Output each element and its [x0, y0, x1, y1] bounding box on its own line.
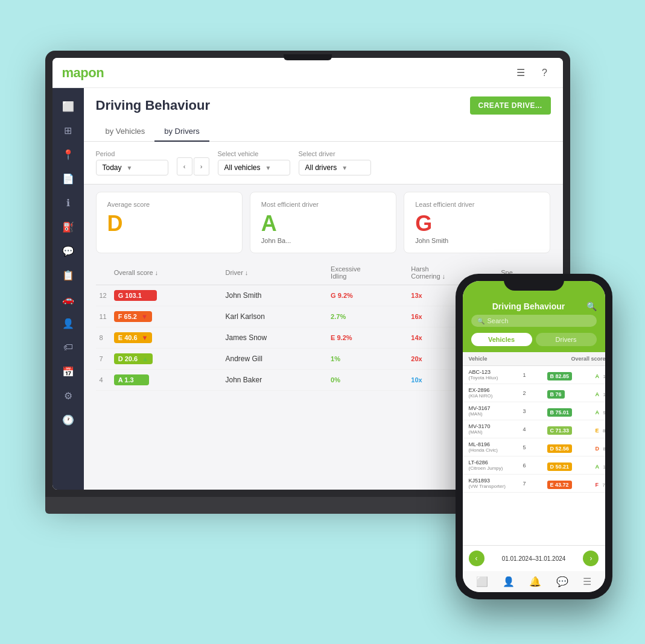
- phone-tab-vehicles[interactable]: Vehicles: [471, 333, 532, 346]
- phone-table-row: KJ51893 (VW Transporter) 7 E 43.72 F 75.…: [463, 475, 605, 493]
- phone-eco-letter: F: [596, 482, 599, 488]
- phone-icon-user[interactable]: 👤: [503, 576, 515, 587]
- most-efficient-name: John Ba...: [261, 237, 385, 244]
- period-value: Today: [103, 163, 122, 172]
- most-efficient-label: Most efficient driver: [261, 201, 385, 208]
- score-badge: F 65.2 ▼: [114, 311, 152, 322]
- sidebar-item-map[interactable]: ⬜: [57, 95, 79, 117]
- phone-next-button[interactable]: ›: [583, 551, 599, 566]
- phone-eco-cell: A 100%: [596, 388, 605, 399]
- driver-name: Karl Karlson: [221, 306, 327, 327]
- phone-search-bar[interactable]: 🔍 Search: [471, 315, 597, 327]
- least-efficient-letter: G: [415, 213, 539, 235]
- phone-icon-menu[interactable]: ☰: [583, 576, 591, 587]
- phone-icon-map[interactable]: ⬜: [476, 576, 488, 587]
- phone-vehicle-cell: ML-8196 (Honda Civic): [469, 441, 523, 453]
- phone-eco-cell: F 75.46%: [596, 478, 605, 489]
- phone-tab-drivers[interactable]: Drivers: [536, 333, 597, 346]
- phone-score-badge: D 52.56: [547, 444, 573, 453]
- sidebar-item-settings[interactable]: ⚙: [57, 385, 79, 406]
- driver-name: James Snow: [221, 327, 327, 349]
- phone-score-badge: C 71.33: [547, 426, 573, 435]
- phone-vehicle-cell: KJ51893 (VW Transporter): [469, 478, 523, 489]
- phone-eco-pct: 80.31%: [603, 428, 605, 434]
- sidebar-item-calendar[interactable]: 📅: [57, 361, 79, 382]
- col-idling[interactable]: ExcessiveIdling: [327, 260, 407, 285]
- sidebar-item-chat[interactable]: 💬: [57, 240, 79, 262]
- harsh-value: 20x: [411, 355, 422, 362]
- phone-eco-cell: E 80.31%: [596, 424, 605, 435]
- period-label: Period: [96, 150, 168, 157]
- sidebar-item-tags[interactable]: 🏷: [57, 336, 79, 358]
- vehicle-arrow-icon: ▼: [265, 165, 272, 171]
- phone-title: Driving Behaviour: [492, 301, 565, 311]
- phone-vehicle-name: MV-3167: [469, 405, 523, 411]
- phone-col-overall: Overall score ↑: [571, 356, 605, 362]
- hamburger-icon[interactable]: ☰: [512, 65, 529, 81]
- score-cell: F 65.2 ▼: [110, 306, 222, 327]
- phone-rank: 6: [523, 462, 547, 469]
- phone-vehicle-name: ABC-123: [469, 369, 523, 375]
- phone-score-badge: B 75.01: [547, 408, 573, 417]
- sidebar-item-driver[interactable]: 👤: [57, 312, 79, 334]
- vehicle-select[interactable]: All vehicles ▼: [218, 160, 290, 175]
- phone-screen: Driving Behaviour 🔍 🔍 Search Vehicles Dr…: [463, 281, 605, 592]
- rank-cell: 7: [96, 349, 110, 370]
- period-filter-group: Period Today ▼: [96, 150, 168, 175]
- laptop-notch: [284, 54, 332, 60]
- sidebar-item-vehicles[interactable]: 🚗: [57, 288, 79, 310]
- sidebar-item-fuel[interactable]: ⛽: [57, 216, 79, 238]
- create-drive-button[interactable]: CREATE DRIVE...: [470, 96, 551, 115]
- phone-eco-cell: A 100%: [596, 370, 605, 380]
- col-driver[interactable]: Driver ↓: [221, 260, 327, 285]
- idling-value: E 9.2%: [331, 334, 352, 341]
- sidebar-item-location[interactable]: 📍: [57, 144, 79, 165]
- phone-icon-chat[interactable]: 💬: [556, 576, 568, 587]
- period-next-button[interactable]: ›: [194, 157, 209, 175]
- topbar-icons: ☰ ?: [512, 65, 553, 81]
- sidebar-item-reports[interactable]: 📋: [57, 264, 79, 286]
- phone-rank: 2: [523, 390, 547, 396]
- phone-vehicle-cell: MV-3167 (MAN): [469, 405, 523, 417]
- phone-rank: 3: [523, 408, 547, 414]
- sidebar-item-dashboard[interactable]: ⊞: [57, 119, 79, 141]
- vehicle-value: All vehicles: [224, 163, 261, 172]
- tab-by-drivers[interactable]: by Drivers: [154, 122, 209, 142]
- phone-search-icon[interactable]: 🔍: [586, 301, 597, 311]
- phone-score-badge: E 43.72: [547, 481, 572, 489]
- sidebar-item-info[interactable]: ℹ: [57, 192, 79, 213]
- phone-eco-pct: 75.46%: [602, 482, 605, 488]
- col-overall-score[interactable]: Overall score ↓: [110, 260, 222, 285]
- tab-by-vehicles[interactable]: by Vehicles: [96, 122, 155, 142]
- score-cell: E 40.6 ▼: [110, 327, 222, 349]
- phone-vehicle-sub: (Honda Civic): [469, 447, 523, 453]
- phone-vehicle-sub: (MAN): [469, 411, 523, 417]
- least-efficient-label: Least efficient driver: [415, 201, 539, 208]
- col-rank: [96, 260, 110, 285]
- phone-rank: 4: [523, 426, 547, 432]
- phone-prev-button[interactable]: ‹: [469, 551, 485, 566]
- driver-name: John Baker: [221, 370, 327, 391]
- phone-search-placeholder: Search: [488, 317, 509, 324]
- sidebar-item-documents[interactable]: 📄: [57, 168, 79, 189]
- phone-tabs: Vehicles Drivers: [463, 333, 605, 352]
- phone-vehicle-cell: MV-3170 (MAN): [469, 423, 523, 435]
- score-cell: G 103.1 ▼: [110, 285, 222, 306]
- rank-cell: 4: [96, 370, 110, 391]
- phone-icon-bell[interactable]: 🔔: [529, 576, 541, 587]
- phone-vehicle-sub: (Toyota Hilux): [469, 375, 523, 380]
- sidebar-item-clock[interactable]: 🕐: [57, 409, 79, 431]
- phone: Driving Behaviour 🔍 🔍 Search Vehicles Dr…: [456, 274, 612, 599]
- phone-table-header: Vehicle Overall score ↑ Eco Speed: [463, 352, 605, 366]
- logo-text-after: n: [96, 65, 104, 80]
- score-cards: Average score D Most efficient driver A …: [84, 185, 563, 260]
- phone-vehicle-cell: LT-6286 (Citroen Jumpy): [469, 459, 523, 471]
- period-nav: ‹ ›: [177, 157, 209, 175]
- topbar: mapon ☰ ?: [52, 58, 563, 88]
- period-prev-button[interactable]: ‹: [177, 157, 192, 175]
- help-icon[interactable]: ?: [536, 65, 553, 81]
- idling-value: 1%: [331, 355, 340, 362]
- period-select[interactable]: Today ▼: [96, 160, 168, 175]
- phone-vehicle-sub: (KIA NIRO): [469, 393, 523, 399]
- driver-select[interactable]: All drivers ▼: [299, 160, 371, 175]
